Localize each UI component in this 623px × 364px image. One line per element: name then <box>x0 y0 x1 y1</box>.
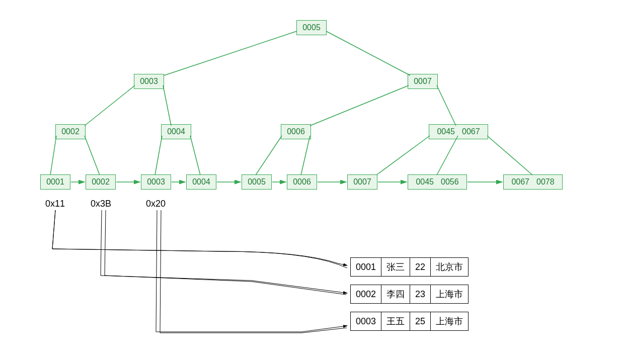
tree-leaf: 0007 <box>347 174 377 190</box>
pointer-label: 0x11 <box>45 199 65 209</box>
tree-node-internal: 0004 <box>161 124 191 139</box>
pointer-label: 0x3B <box>91 199 111 209</box>
tree-leaf: 0001 <box>40 174 70 190</box>
tree-node-internal: 0003 <box>134 74 164 89</box>
diagram-canvas: 0005 0003 0007 0002 0004 0006 0045 0067 … <box>0 0 623 364</box>
node-key: 0002 <box>92 177 110 187</box>
svg-line-10 <box>256 136 282 175</box>
cell-name: 李四 <box>381 285 410 304</box>
node-key: 0004 <box>167 127 185 136</box>
node-key: 0006 <box>293 177 311 187</box>
tree-leaf: 0002 <box>86 174 116 190</box>
node-key: 0001 <box>46 177 64 187</box>
svg-line-4 <box>310 85 409 126</box>
tree-node-internal: 0006 <box>281 124 311 139</box>
pointer-label: 0x20 <box>146 199 166 209</box>
node-key: 0045 <box>416 177 434 187</box>
svg-line-14 <box>487 136 532 175</box>
svg-line-1 <box>326 31 410 75</box>
cell-key: 0001 <box>351 258 381 277</box>
node-key: 0007 <box>414 77 432 86</box>
tree-leaf: 0005 <box>242 174 272 190</box>
svg-line-6 <box>50 136 56 175</box>
tree-leaf: 0004 <box>186 174 216 190</box>
node-key: 0007 <box>353 177 371 187</box>
svg-line-2 <box>85 85 135 126</box>
node-key: 0003 <box>147 177 165 187</box>
svg-line-3 <box>163 85 171 126</box>
table-row: 0002 李四 23 上海市 <box>351 285 469 304</box>
node-key: 0005 <box>248 177 266 187</box>
cell-name: 张三 <box>381 258 410 277</box>
cell-city: 上海市 <box>431 312 469 331</box>
svg-line-7 <box>85 136 100 175</box>
cell-key: 0002 <box>351 285 381 304</box>
node-key: 0004 <box>192 177 210 187</box>
cell-name: 王五 <box>381 312 410 331</box>
cell-city: 上海市 <box>431 285 469 304</box>
cell-age: 22 <box>410 258 431 277</box>
svg-line-9 <box>190 136 200 175</box>
node-key: 0078 <box>536 177 555 187</box>
tree-node-root: 0005 <box>296 20 327 35</box>
node-key: 0005 <box>302 23 321 32</box>
table-row: 0001 张三 22 北京市 <box>351 258 469 277</box>
table-row: 0003 王五 25 上海市 <box>351 312 469 331</box>
tree-leaf: 0067 0078 <box>503 174 563 190</box>
node-key: 0056 <box>441 177 459 187</box>
svg-line-0 <box>164 31 297 75</box>
svg-line-11 <box>301 136 310 175</box>
node-key: 0002 <box>61 127 80 136</box>
node-key: 0003 <box>140 77 158 86</box>
cell-age: 25 <box>410 312 431 331</box>
tree-leaf: 0003 <box>141 174 171 190</box>
tree-node-internal: 0007 <box>408 74 438 89</box>
node-key: 0067 <box>511 177 529 187</box>
records-table: 0001 张三 22 北京市 0002 李四 23 上海市 0003 王五 25… <box>350 257 469 331</box>
svg-line-5 <box>437 85 456 126</box>
node-key: 0067 <box>462 127 480 136</box>
cell-age: 23 <box>410 285 431 304</box>
tree-node-internal: 0002 <box>55 124 86 139</box>
cell-city: 北京市 <box>431 258 469 277</box>
node-key: 0006 <box>287 127 305 136</box>
node-key: 0045 <box>437 127 455 136</box>
cell-key: 0003 <box>351 312 381 331</box>
svg-line-12 <box>376 136 430 175</box>
tree-node-internal: 0045 0067 <box>429 124 488 139</box>
svg-line-13 <box>437 136 458 175</box>
tree-leaf: 0006 <box>287 174 317 190</box>
tree-leaf: 0045 0056 <box>408 174 467 190</box>
svg-line-8 <box>155 136 162 175</box>
